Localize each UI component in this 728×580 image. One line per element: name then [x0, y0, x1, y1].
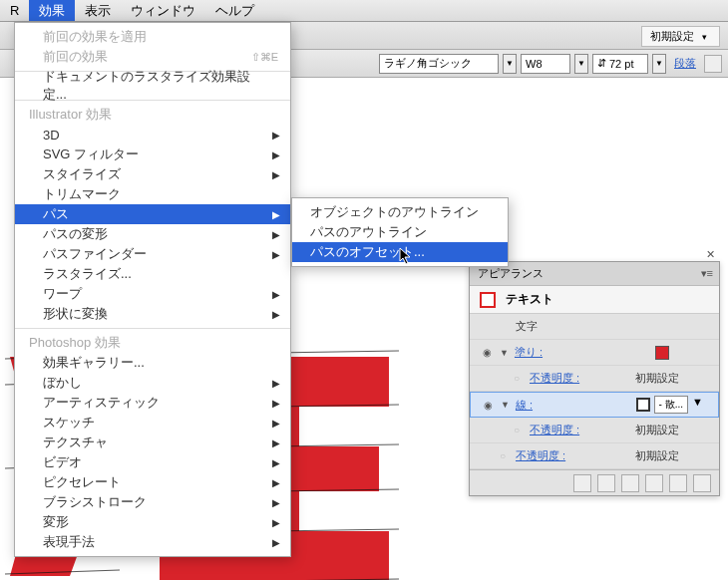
font-size-field[interactable]: ⇵ 72 pt [592, 54, 648, 74]
submenu-arrow-icon: ▶ [272, 437, 280, 448]
font-family-field[interactable]: ラギノ角ゴシック [379, 54, 499, 74]
menu-item-view[interactable]: 表示 [75, 0, 121, 21]
fill-label[interactable]: 塗り : [515, 345, 543, 360]
submenu-arrow-icon: ▶ [272, 309, 280, 320]
add-effect-button[interactable] [621, 474, 639, 492]
appearance-swatch-icon [480, 292, 496, 308]
opacity-value: 初期設定 [635, 448, 679, 463]
font-size-stepper-icon: ⇵ [597, 57, 606, 70]
stroke-swatch[interactable] [636, 398, 650, 412]
opacity-label[interactable]: 不透明度 : [530, 423, 579, 437]
menu-ai-item-2[interactable]: スタイライズ▶ [15, 164, 290, 184]
appearance-row-fill[interactable]: ▼ 塗り : [470, 340, 719, 366]
fill-swatch[interactable] [655, 346, 669, 360]
trash-button[interactable] [693, 474, 711, 492]
appearance-row-fill-opacity[interactable]: 不透明度 : 初期設定 [470, 366, 719, 392]
menu-ai-item-9[interactable]: 形状に変換▶ [15, 304, 290, 324]
visibility-icon[interactable] [481, 398, 495, 412]
menu-ps-item-3[interactable]: スケッチ▶ [15, 413, 290, 433]
appearance-row-stroke-opacity[interactable]: 不透明度 : 初期設定 [470, 418, 719, 443]
appearance-row-characters[interactable]: 文字 [470, 314, 719, 340]
menu-ps-item-8[interactable]: 変形▶ [15, 512, 290, 532]
submenu-arrow-icon: ▶ [272, 209, 280, 220]
visibility-icon[interactable] [510, 372, 524, 386]
submenu-arrow-icon: ▶ [272, 497, 280, 508]
effect-menu: 前回の効果を適用 前回の効果 ⇧⌘E ドキュメントのラスタライズ効果設定... … [14, 22, 291, 557]
menu-ai-item-8[interactable]: ワープ▶ [15, 284, 290, 304]
submenu-arrow-icon: ▶ [272, 398, 280, 409]
menu-ps-item-1[interactable]: ぼかし▶ [15, 373, 290, 393]
appearance-panel: ✕ アピアランス ▾≡ テキスト 文字 ▼ 塗り : 不透明度 : 初期設定 ▼… [469, 261, 720, 496]
disclosure-icon[interactable]: ▼ [500, 348, 509, 358]
font-weight-dd[interactable]: ▼ [574, 54, 588, 74]
menu-item-effect[interactable]: 効果 [29, 0, 75, 21]
visibility-icon[interactable] [496, 449, 510, 463]
text-options-icon[interactable] [704, 55, 722, 73]
opacity-value: 初期設定 [635, 423, 679, 437]
panel-close-icon[interactable]: ✕ [706, 248, 715, 261]
submenu-item-0[interactable]: オブジェクトのアウトライン [292, 202, 508, 222]
menu-ps-item-6[interactable]: ピクセレート▶ [15, 472, 290, 492]
menu-apply-last: 前回の効果を適用 [15, 27, 290, 47]
menu-ps-item-0[interactable]: 効果ギャラリー... [15, 353, 290, 373]
stroke-label[interactable]: 線 : [516, 398, 533, 413]
menu-ps-item-7[interactable]: ブラシストローク▶ [15, 492, 290, 512]
submenu-arrow-icon: ▶ [272, 418, 280, 429]
preset-dropdown[interactable]: 初期設定 [641, 26, 720, 47]
menu-last-effect: 前回の効果 ⇧⌘E [15, 47, 290, 67]
menu-section-photoshop: Photoshop 効果 [15, 333, 290, 353]
submenu-arrow-icon: ▶ [272, 249, 280, 260]
appearance-row-opacity[interactable]: 不透明度 : 初期設定 [470, 443, 719, 469]
stroke-profile-picker[interactable]: ▼ [692, 396, 704, 414]
submenu-arrow-icon: ▶ [272, 477, 280, 488]
menu-last-effect-label: 前回の効果 [43, 48, 108, 66]
menu-ai-item-3[interactable]: トリムマーク [15, 184, 290, 204]
menu-ps-item-5[interactable]: ビデオ▶ [15, 452, 290, 472]
submenu-arrow-icon: ▶ [272, 457, 280, 468]
submenu-item-1[interactable]: パスのアウトライン [292, 222, 508, 242]
stroke-profile-dd[interactable]: - 散... [654, 396, 688, 414]
submenu-arrow-icon: ▶ [272, 229, 280, 240]
menu-ps-item-4[interactable]: テクスチャ▶ [15, 433, 290, 452]
menu-shortcut: ⇧⌘E [251, 51, 278, 64]
menu-ai-item-6[interactable]: パスファインダー▶ [15, 244, 290, 264]
menu-ps-item-2[interactable]: アーティスティック▶ [15, 393, 290, 413]
menu-raster-settings[interactable]: ドキュメントのラスタライズ効果設定... [15, 76, 290, 96]
visibility-icon[interactable] [480, 346, 494, 360]
appearance-panel-title: アピアランス [478, 266, 544, 281]
submenu-arrow-icon: ▶ [272, 517, 280, 528]
disclosure-icon[interactable]: ▼ [501, 400, 510, 410]
font-family-dd[interactable]: ▼ [503, 54, 517, 74]
opacity-label[interactable]: 不透明度 : [530, 371, 579, 386]
menu-ps-item-9[interactable]: 表現手法▶ [15, 532, 290, 552]
menu-ai-item-0[interactable]: 3D▶ [15, 125, 290, 145]
submenu-arrow-icon: ▶ [272, 537, 280, 548]
appearance-row-stroke[interactable]: ▼ 線 : - 散... ▼ [470, 392, 719, 418]
opacity-label[interactable]: 不透明度 : [516, 448, 565, 463]
submenu-arrow-icon: ▶ [272, 149, 280, 160]
new-fill-button[interactable] [573, 474, 591, 492]
appearance-panel-footer [470, 469, 719, 495]
appearance-object-type: テキスト [506, 291, 553, 308]
font-weight-field[interactable]: W8 [521, 54, 570, 74]
menu-ai-item-7[interactable]: ラスタライズ... [15, 264, 290, 284]
new-stroke-button[interactable] [597, 474, 615, 492]
panel-menu-icon[interactable]: ▾≡ [701, 267, 713, 280]
cursor-icon [399, 247, 413, 265]
font-size-dd[interactable]: ▼ [652, 54, 666, 74]
menu-item-partial[interactable]: R [0, 0, 29, 21]
clear-button[interactable] [645, 474, 663, 492]
duplicate-button[interactable] [669, 474, 687, 492]
menu-ai-item-1[interactable]: SVG フィルター▶ [15, 145, 290, 164]
menubar: R 効果 表示 ウィンドウ ヘルプ [0, 0, 728, 22]
menu-ai-item-4[interactable]: パス▶ [15, 204, 290, 224]
paragraph-link[interactable]: 段落 [674, 56, 696, 71]
submenu-arrow-icon: ▶ [272, 130, 280, 141]
opacity-value: 初期設定 [635, 371, 679, 386]
characters-label: 文字 [516, 319, 538, 334]
visibility-icon[interactable] [510, 424, 524, 437]
menu-item-window[interactable]: ウィンドウ [121, 0, 205, 21]
menu-item-help[interactable]: ヘルプ [205, 0, 264, 21]
menu-ai-item-5[interactable]: パスの変形▶ [15, 224, 290, 244]
submenu-arrow-icon: ▶ [272, 378, 280, 389]
